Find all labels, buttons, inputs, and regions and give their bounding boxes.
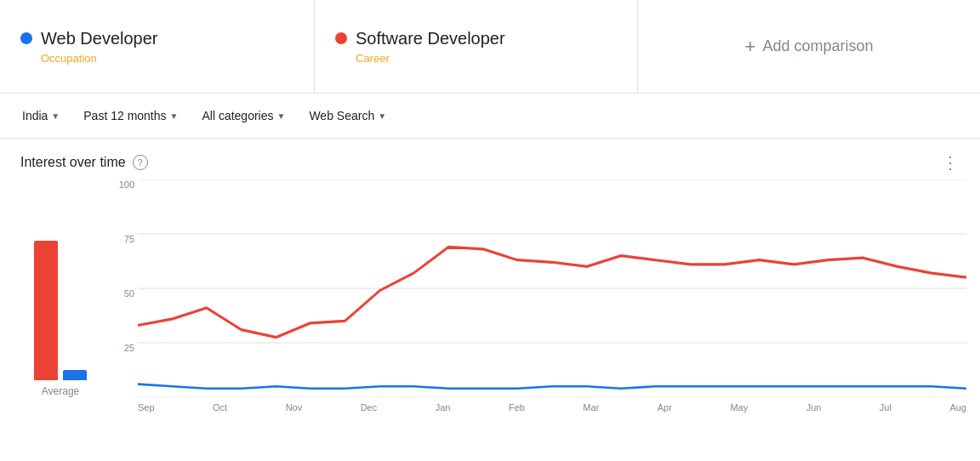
term2-title: Software Developer — [335, 29, 617, 48]
avg-bar-red — [34, 241, 58, 380]
line-chart-svg — [138, 179, 966, 397]
search-type-filter[interactable]: Web Search ▼ — [300, 104, 395, 128]
x-axis-labels: Sep Oct Nov Dec Jan Feb Mar Apr May Jun … — [138, 397, 966, 418]
chart-canvas — [138, 179, 966, 397]
x-label-sep: Sep — [138, 402, 155, 413]
search-type-label: Web Search — [309, 109, 374, 122]
term1-sub: Occupation — [41, 52, 293, 65]
x-label-dec: Dec — [361, 402, 378, 413]
y-axis-labels: 100 75 50 25 — [107, 179, 138, 397]
add-comparison-button[interactable]: + Add comparison — [638, 0, 980, 93]
x-label-aug: Aug — [949, 402, 966, 413]
filters-bar: India ▼ Past 12 months ▼ All categories … — [0, 94, 980, 139]
search-type-chevron: ▼ — [378, 111, 386, 121]
region-chevron: ▼ — [51, 111, 60, 121]
term1-dot — [20, 32, 32, 44]
term2-sub: Career — [356, 52, 617, 65]
region-filter[interactable]: India ▼ — [14, 104, 68, 128]
chart-section: Interest over time ? ⋮ Average 100 75 50… — [0, 139, 980, 431]
x-label-nov: Nov — [286, 402, 303, 413]
term2-card: Software Developer Career — [315, 0, 638, 93]
term1-label: Web Developer — [41, 29, 157, 48]
category-chevron: ▼ — [277, 111, 286, 121]
x-label-apr: Apr — [658, 402, 672, 413]
x-label-oct: Oct — [213, 402, 227, 413]
category-label: All categories — [202, 109, 273, 122]
avg-label: Average — [42, 385, 79, 397]
x-label-jan: Jan — [436, 402, 451, 413]
x-label-may: May — [730, 402, 748, 413]
help-icon[interactable]: ? — [133, 155, 148, 170]
term1-card: Web Developer Occupation — [0, 0, 315, 93]
y-label-75: 75 — [124, 234, 134, 244]
y-label-25: 25 — [124, 343, 134, 353]
chart-area: Average 100 75 50 25 — [0, 179, 980, 418]
x-label-mar: Mar — [583, 402, 599, 413]
term2-label: Software Developer — [356, 29, 505, 48]
red-line — [138, 247, 966, 337]
term1-title: Web Developer — [20, 29, 293, 48]
region-label: India — [22, 109, 48, 122]
x-label-jun: Jun — [806, 402, 822, 413]
add-comparison-label: Add comparison — [762, 37, 873, 55]
avg-bar-blue — [63, 370, 87, 380]
y-label-50: 50 — [124, 288, 134, 299]
chart-title-area: Interest over time ? — [20, 155, 148, 170]
average-area: Average — [14, 179, 107, 418]
plus-icon: + — [745, 36, 756, 58]
avg-bars — [34, 210, 87, 380]
time-chevron: ▼ — [170, 111, 179, 121]
category-filter[interactable]: All categories ▼ — [193, 104, 293, 128]
time-label: Past 12 months — [83, 109, 166, 122]
time-filter[interactable]: Past 12 months ▼ — [75, 104, 186, 128]
header: Web Developer Occupation Software Develo… — [0, 0, 980, 94]
chart-header: Interest over time ? ⋮ — [0, 152, 980, 179]
blue-line — [138, 384, 966, 389]
line-chart-wrapper: 100 75 50 25 — [107, 179, 966, 418]
x-label-jul: Jul — [880, 402, 892, 413]
chart-title-text: Interest over time — [20, 155, 126, 170]
y-label-100: 100 — [119, 179, 134, 190]
more-options-icon[interactable]: ⋮ — [942, 152, 960, 173]
term2-dot — [335, 32, 347, 44]
x-label-feb: Feb — [509, 402, 525, 413]
